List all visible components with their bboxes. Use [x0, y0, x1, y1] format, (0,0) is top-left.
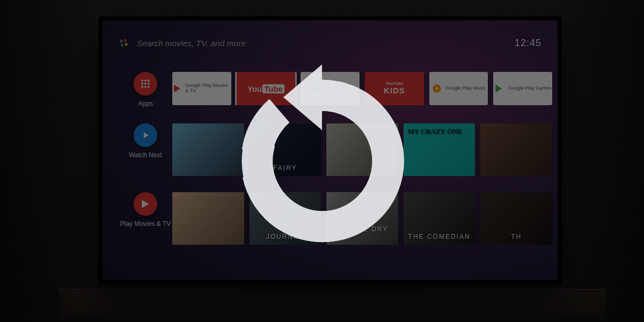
row-label: Play Movies & TV	[120, 220, 171, 228]
watch-next-tiles: FAIRY MY CRAZY ONE	[172, 123, 558, 176]
app-tile-youtube[interactable]: YouTube YouTube	[237, 72, 296, 105]
content-tile[interactable]: TUMBLE DRY	[326, 192, 398, 245]
row-header-play-movies[interactable]: Play Movies & TV	[119, 192, 172, 228]
tv-stand	[239, 283, 421, 291]
play-movies-tiles: JOURNEY TUMBLE DRY THE COMEDIAN TH	[172, 192, 558, 245]
row-label: Watch Next	[129, 151, 162, 159]
svg-point-7	[141, 83, 143, 85]
svg-point-3	[121, 44, 123, 47]
row-apps: Apps Google Play Movies & TV YouTube You…	[119, 72, 558, 107]
content-tile[interactable]	[172, 192, 244, 245]
svg-point-4	[141, 79, 143, 82]
play-movies-icon	[134, 192, 157, 216]
svg-point-0	[120, 40, 122, 42]
svg-point-12	[148, 86, 150, 88]
apps-icon	[134, 72, 157, 96]
row-play-movies: Play Movies & TV JOURNEY TUMBLE DRY THE …	[119, 192, 558, 245]
apps-tiles: Google Play Movies & TV YouTube YouTube …	[172, 72, 558, 105]
row-label: Apps	[138, 100, 152, 107]
content-rows: Apps Google Play Movies & TV YouTube You…	[119, 72, 558, 280]
content-tile[interactable]: TH	[480, 192, 552, 245]
content-tile[interactable]: FAIRY	[250, 123, 321, 176]
wall-shadow	[0, 0, 97, 322]
content-tile[interactable]: JOURNEY	[250, 192, 321, 245]
app-tile-play-movies[interactable]: Google Play Movies & TV	[172, 72, 231, 105]
app-tile-play-music[interactable]: Google Play Music	[429, 72, 488, 105]
row-header-watch-next[interactable]: Watch Next	[119, 123, 172, 159]
svg-point-2	[125, 43, 128, 46]
tv-screen: Search movies, TV, and more 12:45 Apps	[103, 20, 558, 280]
content-tile[interactable]: MY CRAZY ONE	[404, 123, 475, 176]
voice-search-icon[interactable]	[119, 38, 129, 48]
tv-console	[59, 289, 606, 322]
app-tile-google-play[interactable]: Google Play	[301, 72, 360, 105]
room-background: Search movies, TV, and more 12:45 Apps	[0, 0, 644, 322]
svg-point-10	[141, 86, 143, 88]
top-bar: Search movies, TV, and more 12:45	[103, 31, 558, 55]
svg-point-11	[144, 86, 147, 88]
clock: 12:45	[515, 38, 541, 49]
content-tile[interactable]	[480, 123, 552, 176]
play-icon	[134, 123, 157, 147]
svg-point-5	[144, 79, 147, 82]
content-tile[interactable]: THE COMEDIAN	[404, 192, 475, 245]
search-input[interactable]: Search movies, TV, and more	[137, 39, 246, 48]
content-tile[interactable]	[172, 123, 244, 176]
wall-shadow	[547, 0, 644, 322]
svg-point-8	[144, 83, 147, 85]
television: Search movies, TV, and more 12:45 Apps	[99, 17, 561, 283]
app-tile-youtube-kids[interactable]: YouTube KIDS	[365, 72, 424, 105]
row-header-apps[interactable]: Apps	[119, 72, 172, 107]
svg-point-1	[124, 39, 127, 42]
svg-point-9	[148, 83, 150, 85]
content-tile[interactable]	[326, 123, 398, 176]
row-watch-next: Watch Next FAIRY MY CRAZY ONE	[119, 123, 558, 176]
svg-point-6	[148, 79, 150, 82]
app-tile-play-games[interactable]: Google Play Games	[493, 72, 552, 105]
